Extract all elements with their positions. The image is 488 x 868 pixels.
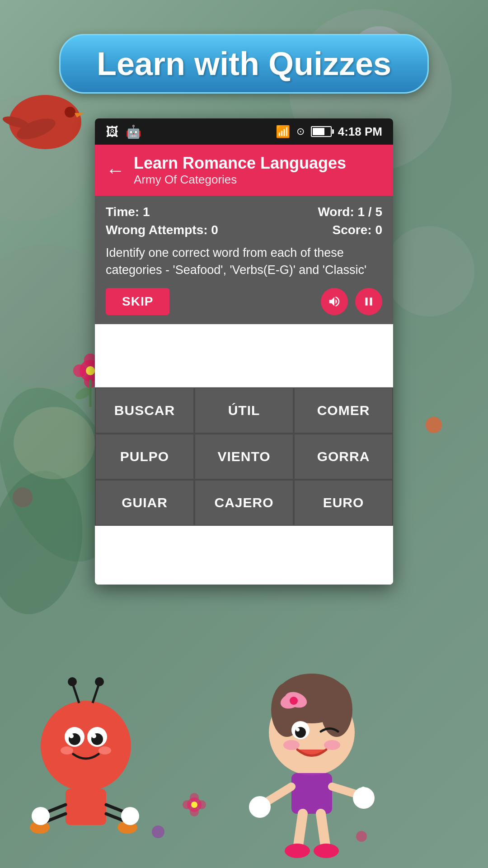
- time-stat: Time: 1: [106, 205, 150, 219]
- quiz-stats-row-2: Wrong Attempts: 0 Score: 0: [106, 223, 382, 237]
- battery-fill: [313, 128, 325, 135]
- status-time: 4:18 PM: [338, 125, 382, 139]
- wrong-attempts-stat: Wrong Attempts: 0: [106, 223, 218, 237]
- skip-button[interactable]: SKIP: [106, 288, 169, 315]
- bottom-area: [95, 526, 393, 585]
- status-right-icons: 📶 ⊙ 4:18 PM: [276, 125, 382, 139]
- answer-euro[interactable]: EURO: [294, 480, 393, 526]
- app-title: Learn Romance Languages: [134, 154, 346, 173]
- app-subtitle: Army Of Categories: [134, 173, 346, 187]
- pause-button[interactable]: [355, 288, 382, 315]
- title-badge: Learn with Quizzes: [59, 34, 429, 94]
- quiz-actions: SKIP: [106, 288, 382, 315]
- app-header: ← Learn Romance Languages Army Of Catego…: [95, 145, 393, 196]
- pause-icon: [362, 295, 375, 308]
- image-icon: 🖼: [106, 124, 118, 139]
- volume-icon: [328, 295, 341, 308]
- status-bar: 🖼 🤖 📶 ⊙ 4:18 PM: [95, 118, 393, 145]
- word-stat: Word: 1 / 5: [318, 205, 382, 219]
- quiz-stats-row-1: Time: 1 Word: 1 / 5: [106, 205, 382, 219]
- title-text: Learn with Quizzes: [97, 46, 391, 82]
- answer-pulpo[interactable]: PULPO: [95, 434, 194, 480]
- header-text-container: Learn Romance Languages Army Of Categori…: [134, 154, 346, 187]
- answer-guiar[interactable]: GUIAR: [95, 480, 194, 526]
- quiz-description: Identify one correct word from each of t…: [106, 245, 382, 279]
- answer-buscar[interactable]: BUSCAR: [95, 387, 194, 434]
- answer-util[interactable]: ÚTIL: [194, 387, 294, 434]
- answer-gorra[interactable]: GORRA: [294, 434, 393, 480]
- score-stat: Score: 0: [333, 223, 383, 237]
- back-button[interactable]: ←: [106, 160, 125, 181]
- word-display-area: [95, 324, 393, 387]
- android-icon: 🤖: [126, 124, 141, 139]
- quiz-info-area: Time: 1 Word: 1 / 5 Wrong Attempts: 0 Sc…: [95, 196, 393, 324]
- volume-button[interactable]: [321, 288, 348, 315]
- battery-icon: [311, 126, 332, 137]
- answer-viento[interactable]: VIENTO: [194, 434, 294, 480]
- status-left-icons: 🖼 🤖: [106, 124, 141, 139]
- audio-controls: [321, 288, 382, 315]
- answer-grid: BUSCAR ÚTIL COMER PULPO VIENTO GORRA GUI…: [95, 387, 393, 526]
- phone-frame: 🖼 🤖 📶 ⊙ 4:18 PM ← Learn Romance L: [95, 118, 393, 585]
- signal-icon: ⊙: [296, 126, 305, 137]
- answer-comer[interactable]: COMER: [294, 387, 393, 434]
- answer-cajero[interactable]: CAJERO: [194, 480, 294, 526]
- wifi-icon: 📶: [276, 125, 290, 139]
